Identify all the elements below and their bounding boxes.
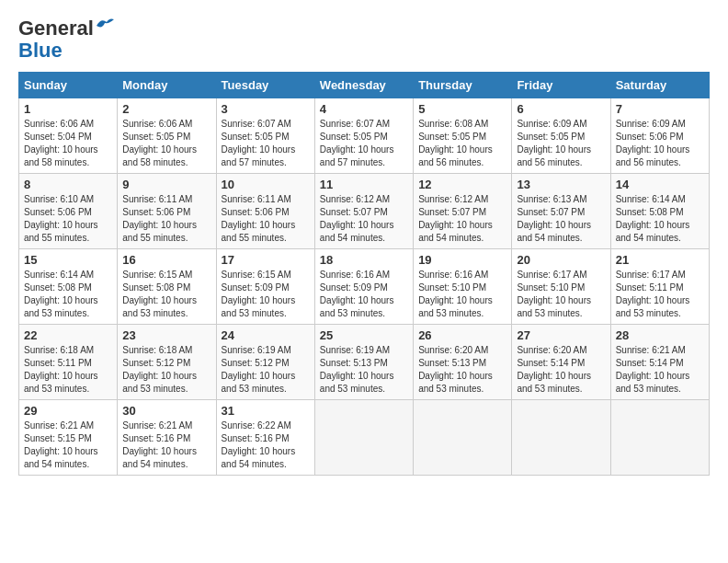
daylight-text: Daylight: 10 hoursand 53 minutes. xyxy=(616,295,690,318)
calendar-cell: 8 Sunrise: 6:10 AM Sunset: 5:06 PM Dayli… xyxy=(19,174,118,249)
col-saturday: Saturday xyxy=(610,73,709,98)
day-number: 12 xyxy=(418,178,506,191)
sunrise-text: Sunrise: 6:07 AM xyxy=(222,119,291,129)
sunset-text: Sunset: 5:13 PM xyxy=(418,358,486,368)
day-number: 2 xyxy=(122,102,210,116)
day-info: Sunrise: 6:15 AM Sunset: 5:09 PM Dayligh… xyxy=(222,269,310,320)
day-number: 21 xyxy=(616,253,704,267)
calendar-week-row: 29 Sunrise: 6:21 AM Sunset: 5:15 PM Dayl… xyxy=(19,400,710,476)
day-info: Sunrise: 6:16 AM Sunset: 5:09 PM Dayligh… xyxy=(320,269,408,320)
sunrise-text: Sunrise: 6:20 AM xyxy=(517,345,586,355)
calendar-cell: 2 Sunrise: 6:06 AM Sunset: 5:05 PM Dayli… xyxy=(118,98,216,174)
calendar-cell: 4 Sunrise: 6:07 AM Sunset: 5:05 PM Dayli… xyxy=(314,98,413,174)
day-number: 22 xyxy=(24,328,112,342)
day-number: 3 xyxy=(222,102,310,116)
sunrise-text: Sunrise: 6:21 AM xyxy=(616,345,686,355)
daylight-text: Daylight: 10 hoursand 54 minutes. xyxy=(24,446,98,469)
sunset-text: Sunset: 5:07 PM xyxy=(517,207,585,217)
col-thursday: Thursday xyxy=(414,73,512,98)
day-info: Sunrise: 6:13 AM Sunset: 5:07 PM Dayligh… xyxy=(517,193,605,245)
day-info: Sunrise: 6:18 AM Sunset: 5:11 PM Dayligh… xyxy=(24,344,112,396)
col-wednesday: Wednesday xyxy=(314,73,413,98)
logo-text-wrap: General xyxy=(18,18,116,39)
sunrise-text: Sunrise: 6:06 AM xyxy=(122,119,192,129)
sunrise-text: Sunrise: 6:13 AM xyxy=(517,194,586,204)
day-number: 30 xyxy=(122,404,210,418)
daylight-text: Daylight: 10 hoursand 54 minutes. xyxy=(222,446,296,469)
daylight-text: Daylight: 10 hoursand 53 minutes. xyxy=(616,371,690,394)
calendar-cell: 29 Sunrise: 6:21 AM Sunset: 5:15 PM Dayl… xyxy=(19,400,118,476)
calendar-week-row: 22 Sunrise: 6:18 AM Sunset: 5:11 PM Dayl… xyxy=(19,325,710,400)
calendar-week-row: 1 Sunrise: 6:06 AM Sunset: 5:04 PM Dayli… xyxy=(19,98,710,174)
sunrise-text: Sunrise: 6:14 AM xyxy=(24,270,94,280)
calendar-cell: 23 Sunrise: 6:18 AM Sunset: 5:12 PM Dayl… xyxy=(118,325,216,400)
daylight-text: Daylight: 10 hoursand 54 minutes. xyxy=(320,220,394,243)
calendar-cell: 20 Sunrise: 6:17 AM Sunset: 5:10 PM Dayl… xyxy=(512,249,610,325)
calendar-cell: 22 Sunrise: 6:18 AM Sunset: 5:11 PM Dayl… xyxy=(19,325,118,400)
day-info: Sunrise: 6:15 AM Sunset: 5:08 PM Dayligh… xyxy=(122,269,210,320)
daylight-text: Daylight: 10 hoursand 55 minutes. xyxy=(122,220,197,243)
day-info: Sunrise: 6:12 AM Sunset: 5:07 PM Dayligh… xyxy=(320,193,408,245)
sunrise-text: Sunrise: 6:20 AM xyxy=(418,345,488,355)
daylight-text: Daylight: 10 hoursand 53 minutes. xyxy=(222,295,296,318)
daylight-text: Daylight: 10 hoursand 58 minutes. xyxy=(24,144,98,167)
sunrise-text: Sunrise: 6:15 AM xyxy=(222,270,291,280)
calendar-cell: 16 Sunrise: 6:15 AM Sunset: 5:08 PM Dayl… xyxy=(118,249,216,325)
day-number: 27 xyxy=(517,328,605,342)
sunset-text: Sunset: 5:16 PM xyxy=(222,433,290,443)
col-tuesday: Tuesday xyxy=(216,73,314,98)
sunset-text: Sunset: 5:09 PM xyxy=(320,282,388,293)
sunrise-text: Sunrise: 6:11 AM xyxy=(222,194,291,204)
calendar-cell: 15 Sunrise: 6:14 AM Sunset: 5:08 PM Dayl… xyxy=(19,249,118,325)
day-info: Sunrise: 6:20 AM Sunset: 5:14 PM Dayligh… xyxy=(517,344,605,396)
logo-general: General xyxy=(18,18,94,39)
daylight-text: Daylight: 10 hoursand 54 minutes. xyxy=(517,220,591,243)
sunrise-text: Sunrise: 6:16 AM xyxy=(320,270,390,280)
daylight-text: Daylight: 10 hoursand 54 minutes. xyxy=(418,220,493,243)
sunset-text: Sunset: 5:04 PM xyxy=(24,132,92,142)
daylight-text: Daylight: 10 hoursand 53 minutes. xyxy=(320,295,394,318)
logo-blue-label: Blue xyxy=(18,39,63,62)
day-number: 4 xyxy=(320,102,408,116)
sunset-text: Sunset: 5:15 PM xyxy=(24,433,92,443)
sunrise-text: Sunrise: 6:21 AM xyxy=(122,420,192,431)
calendar-cell: 7 Sunrise: 6:09 AM Sunset: 5:06 PM Dayli… xyxy=(610,98,709,174)
sunset-text: Sunset: 5:05 PM xyxy=(222,132,290,142)
calendar-cell: 17 Sunrise: 6:15 AM Sunset: 5:09 PM Dayl… xyxy=(216,249,314,325)
day-info: Sunrise: 6:11 AM Sunset: 5:06 PM Dayligh… xyxy=(222,193,310,245)
sunset-text: Sunset: 5:16 PM xyxy=(122,433,190,443)
sunrise-text: Sunrise: 6:17 AM xyxy=(616,270,686,280)
sunset-text: Sunset: 5:05 PM xyxy=(517,132,585,142)
day-info: Sunrise: 6:21 AM Sunset: 5:15 PM Dayligh… xyxy=(24,419,112,471)
calendar-cell: 6 Sunrise: 6:09 AM Sunset: 5:05 PM Dayli… xyxy=(512,98,610,174)
day-info: Sunrise: 6:21 AM Sunset: 5:16 PM Dayligh… xyxy=(122,419,210,471)
day-info: Sunrise: 6:14 AM Sunset: 5:08 PM Dayligh… xyxy=(24,269,112,320)
day-info: Sunrise: 6:06 AM Sunset: 5:04 PM Dayligh… xyxy=(24,118,112,169)
col-sunday: Sunday xyxy=(19,73,118,98)
sunset-text: Sunset: 5:11 PM xyxy=(24,358,92,368)
day-info: Sunrise: 6:22 AM Sunset: 5:16 PM Dayligh… xyxy=(222,419,310,471)
day-number: 5 xyxy=(418,102,506,116)
calendar-week-row: 15 Sunrise: 6:14 AM Sunset: 5:08 PM Dayl… xyxy=(19,249,710,325)
sunset-text: Sunset: 5:05 PM xyxy=(418,132,486,142)
sunrise-text: Sunrise: 6:17 AM xyxy=(517,270,586,280)
calendar-cell: 10 Sunrise: 6:11 AM Sunset: 5:06 PM Dayl… xyxy=(216,174,314,249)
calendar-cell: 31 Sunrise: 6:22 AM Sunset: 5:16 PM Dayl… xyxy=(216,400,314,476)
col-friday: Friday xyxy=(512,73,610,98)
day-info: Sunrise: 6:14 AM Sunset: 5:08 PM Dayligh… xyxy=(616,193,704,245)
day-number: 8 xyxy=(24,178,112,191)
day-info: Sunrise: 6:09 AM Sunset: 5:05 PM Dayligh… xyxy=(517,118,605,169)
sunrise-text: Sunrise: 6:18 AM xyxy=(122,345,192,355)
calendar-cell xyxy=(314,400,413,476)
sunset-text: Sunset: 5:14 PM xyxy=(616,358,684,368)
calendar-cell: 5 Sunrise: 6:08 AM Sunset: 5:05 PM Dayli… xyxy=(414,98,512,174)
day-number: 31 xyxy=(222,404,310,418)
calendar-table: Sunday Monday Tuesday Wednesday Thursday… xyxy=(18,72,710,476)
calendar-cell: 19 Sunrise: 6:16 AM Sunset: 5:10 PM Dayl… xyxy=(414,249,512,325)
header-row: Sunday Monday Tuesday Wednesday Thursday… xyxy=(19,73,710,98)
sunrise-text: Sunrise: 6:22 AM xyxy=(222,420,291,431)
sunrise-text: Sunrise: 6:18 AM xyxy=(24,345,94,355)
logo-inner: General xyxy=(18,18,116,39)
day-info: Sunrise: 6:06 AM Sunset: 5:05 PM Dayligh… xyxy=(122,118,210,169)
calendar-cell: 26 Sunrise: 6:20 AM Sunset: 5:13 PM Dayl… xyxy=(414,325,512,400)
